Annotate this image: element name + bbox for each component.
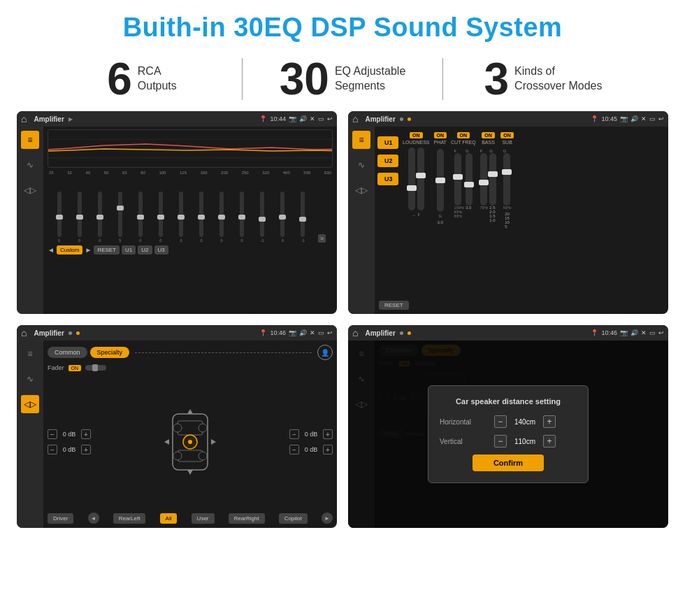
confirm-button[interactable]: Confirm (473, 454, 544, 471)
db-value-tr: 0 dB (301, 431, 321, 438)
wave-icon-3[interactable]: ∿ (21, 370, 39, 388)
vertical-control: − 110cm + (494, 435, 556, 447)
eq-col-10: 0 (237, 192, 247, 243)
horizontal-label: Horizontal (440, 418, 489, 426)
status-bar-4: ⌂ Amplifier 📍 10:46 📷 🔊 ✕ ▭ ↩ (348, 325, 668, 341)
right-nav-arrow[interactable]: ► (322, 513, 333, 524)
phat-label: PHAT (434, 140, 447, 145)
reset-button-amp[interactable]: RESET (379, 301, 409, 310)
wave-icon-2[interactable]: ∿ (352, 156, 370, 174)
u1-button-eq[interactable]: U1 (122, 245, 136, 255)
back-icon-4[interactable]: ↩ (658, 329, 664, 336)
home-icon-3[interactable]: ⌂ (21, 327, 27, 338)
custom-button[interactable]: Custom (57, 245, 83, 255)
time-3: 10:46 (270, 329, 286, 336)
camera-icon-3: 📷 (289, 329, 296, 336)
eq-col-13: -1 (298, 192, 308, 243)
back-icon-3[interactable]: ↩ (327, 329, 333, 336)
eq-col-2: 0 (75, 192, 85, 243)
svg-marker-15 (211, 439, 216, 445)
left-nav-arrow[interactable]: ◄ (88, 513, 99, 524)
svg-marker-12 (187, 409, 193, 414)
home-icon-4[interactable]: ⌂ (352, 327, 358, 338)
screen-eq: ⌂ Amplifier ▶ 📍 10:44 📷 🔊 ✕ ▭ ↩ ≡ ∿ ◁▷ (17, 111, 337, 314)
speaker-area: − 0 dB + − 0 dB + (48, 375, 333, 508)
specialty-tab[interactable]: Specialty (90, 347, 130, 358)
rearleft-button[interactable]: RearLeft (113, 513, 146, 524)
u3-button[interactable]: U3 (377, 173, 398, 185)
on-badge-loudness: ON (410, 132, 423, 138)
user-button[interactable]: User (192, 513, 215, 524)
x-icon-2: ✕ (641, 115, 647, 122)
play-button-eq[interactable]: ► (85, 246, 92, 254)
vertical-plus[interactable]: + (543, 435, 556, 447)
screen2-body: ≡ ∿ ◁▷ U1 U2 U3 ON (348, 127, 668, 314)
status-title-1: Amplifier (34, 115, 64, 123)
screen3-main: Common Specialty 👤 Fader ON (43, 341, 337, 528)
eq-icon-2[interactable]: ≡ (352, 131, 370, 149)
status-right-4: 📍 10:46 📷 🔊 ✕ ▭ ↩ (591, 329, 664, 336)
dialog-box: Car speaker distance setting Horizontal … (428, 385, 589, 483)
vertical-minus[interactable]: − (494, 435, 507, 447)
db-minus-br[interactable]: − (289, 445, 299, 454)
vol-icon-3[interactable]: ◁▷ (21, 395, 39, 413)
common-tab[interactable]: Common (48, 347, 87, 358)
screen-fader: ⌂ Amplifier 📍 10:46 📷 🔊 ✕ ▭ ↩ ≡ ∿ ◁▷ (17, 325, 337, 528)
db-minus-tl[interactable]: − (48, 429, 57, 439)
db-plus-br[interactable]: + (323, 445, 333, 454)
eq-col-6: 0 (156, 192, 166, 243)
horizontal-minus[interactable]: − (494, 415, 507, 428)
amp-left: ≡ ∿ ◁▷ (348, 127, 375, 314)
status-title-3: Amplifier (34, 329, 64, 337)
back-icon-2[interactable]: ↩ (658, 115, 664, 122)
vol-icon-2[interactable]: ◁▷ (352, 181, 370, 199)
wave-icon[interactable]: ∿ (21, 156, 39, 174)
svg-point-11 (199, 452, 207, 460)
window-icon-2: ▭ (649, 115, 656, 122)
prev-button[interactable]: ◄ (48, 246, 55, 254)
db-plus-tr[interactable]: + (323, 429, 333, 439)
dialog-overlay: Car speaker distance setting Horizontal … (348, 341, 668, 528)
home-icon-2[interactable]: ⌂ (352, 113, 358, 124)
u1-button[interactable]: U1 (377, 136, 398, 149)
db-minus-bl[interactable]: − (48, 445, 57, 454)
db-control-br: − 0 dB + (289, 445, 333, 454)
dialog-vertical-row: Vertical − 110cm + (440, 435, 577, 447)
u2-button[interactable]: U2 (377, 155, 398, 167)
dialog-title: Car speaker distance setting (440, 397, 577, 406)
on-badge-phat: ON (434, 132, 447, 138)
status-dot-4b (408, 331, 411, 335)
loudness-label: LOUDNESS (403, 140, 430, 145)
db-plus-tl[interactable]: + (81, 429, 91, 439)
eq-col-9: 0 (217, 192, 226, 243)
back-icon-1[interactable]: ↩ (327, 115, 333, 122)
screen3-body: ≡ ∿ ◁▷ Common Specialty 👤 Fader ON (17, 341, 337, 528)
horizontal-plus[interactable]: + (543, 415, 556, 428)
status-dot-3a (68, 331, 72, 335)
fader-on: ON (68, 365, 82, 371)
fader-bar[interactable] (85, 365, 106, 371)
vertical-value: 110cm (511, 438, 539, 445)
svg-point-10 (173, 452, 182, 460)
home-icon-1[interactable]: ⌂ (21, 113, 27, 124)
u3-button-eq[interactable]: U3 (154, 245, 168, 255)
all-button[interactable]: All (160, 513, 178, 524)
amp-main: U1 U2 U3 ON LOUDNESS (375, 127, 668, 314)
window-icon-3: ▭ (318, 329, 324, 336)
u2-button-eq[interactable]: U2 (138, 245, 152, 255)
db-minus-tr[interactable]: − (289, 429, 299, 439)
status-title-4: Amplifier (365, 329, 395, 337)
copilot-button[interactable]: Copilot (279, 513, 308, 524)
left-db-controls: − 0 dB + − 0 dB + (48, 429, 91, 454)
db-plus-bl[interactable]: + (81, 445, 91, 454)
stat-label-rca: RCAOutputs (138, 64, 177, 94)
rearright-button[interactable]: RearRight (229, 513, 265, 524)
vol-icon[interactable]: ◁▷ (21, 181, 39, 199)
left-panel-1: ≡ ∿ ◁▷ (17, 127, 43, 314)
more-button[interactable]: » (318, 234, 326, 243)
db-control-tr: − 0 dB + (289, 429, 333, 439)
driver-button[interactable]: Driver (48, 513, 73, 524)
eq-icon-3[interactable]: ≡ (21, 345, 39, 363)
eq-icon[interactable]: ≡ (21, 131, 39, 149)
reset-button-eq[interactable]: RESET (94, 245, 120, 255)
